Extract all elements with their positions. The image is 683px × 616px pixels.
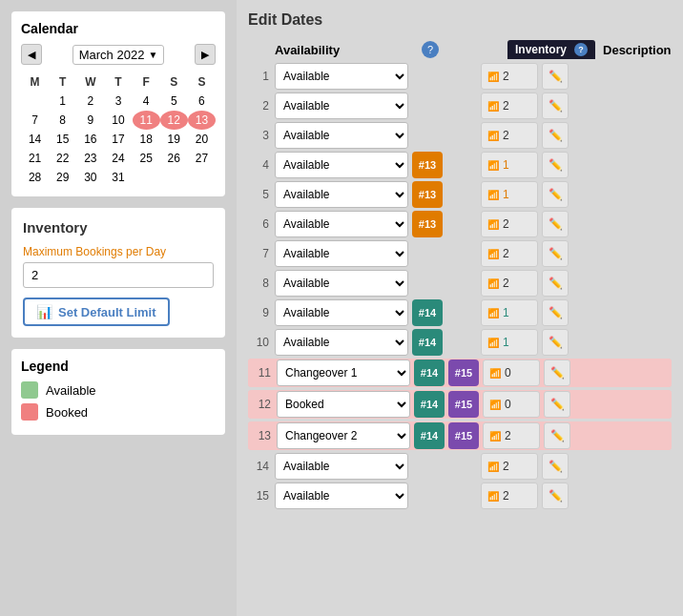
availability-select[interactable]: Available	[275, 152, 408, 178]
cal-day[interactable]: 17	[104, 130, 132, 149]
day-number: 6	[248, 217, 269, 231]
inventory-help-icon[interactable]: ?	[574, 43, 588, 56]
inventory-cell[interactable]: 📶2	[481, 483, 538, 509]
cal-day[interactable]: 22	[49, 149, 76, 168]
availability-select[interactable]: Available	[275, 453, 408, 480]
availability-help-icon[interactable]: ?	[422, 41, 439, 58]
description-edit-button[interactable]: ✏️	[542, 63, 569, 90]
inventory-bar-icon: 📶	[487, 219, 499, 230]
cal-day[interactable]: 28	[21, 168, 49, 187]
max-bookings-input[interactable]	[23, 262, 214, 288]
cal-day[interactable]: 12	[160, 111, 188, 130]
cal-day[interactable]: 30	[76, 168, 104, 187]
inventory-cell[interactable]: 📶0	[483, 391, 540, 418]
cal-day[interactable]: 27	[188, 149, 216, 168]
cal-day[interactable]: 2	[76, 92, 104, 111]
cal-day[interactable]: 16	[76, 130, 104, 149]
cal-day[interactable]: 1	[49, 92, 76, 111]
availability-select[interactable]: Available	[275, 181, 408, 208]
description-edit-button[interactable]: ✏️	[542, 92, 569, 119]
description-edit-button[interactable]: ✏️	[544, 391, 570, 418]
inventory-cell[interactable]: 📶1	[481, 329, 538, 356]
booking-badge[interactable]: #13	[412, 152, 443, 178]
inventory-cell[interactable]: 📶2	[481, 240, 538, 267]
inventory-cell[interactable]: 📶2	[481, 63, 538, 90]
cal-day[interactable]: 25	[133, 149, 160, 168]
booking-badge[interactable]: #13	[412, 181, 443, 208]
description-edit-button[interactable]: ✏️	[544, 359, 570, 386]
description-edit-button[interactable]: ✏️	[542, 270, 569, 297]
cal-day[interactable]: 14	[21, 130, 49, 149]
description-edit-button[interactable]: ✏️	[542, 211, 569, 237]
description-edit-button[interactable]: ✏️	[542, 122, 569, 149]
cal-day[interactable]: 11	[133, 111, 160, 130]
cal-day[interactable]: 6	[188, 92, 216, 111]
availability-select[interactable]: Available	[275, 92, 408, 119]
availability-select[interactable]: Available	[275, 299, 408, 326]
booking-badge[interactable]: #15	[448, 359, 479, 386]
booking-badge[interactable]: #13	[412, 211, 443, 237]
cal-day[interactable]: 7	[21, 111, 49, 130]
booking-badge[interactable]: #15	[448, 391, 479, 418]
cal-day[interactable]: 23	[76, 149, 104, 168]
description-edit-button[interactable]: ✏️	[542, 483, 569, 509]
inventory-cell[interactable]: 📶2	[481, 122, 538, 149]
cal-day[interactable]: 10	[104, 111, 132, 130]
inventory-cell[interactable]: 📶2	[481, 453, 538, 480]
description-edit-button[interactable]: ✏️	[542, 181, 569, 208]
booking-badge[interactable]: #14	[414, 359, 445, 386]
description-edit-button[interactable]: ✏️	[542, 240, 569, 267]
inventory-cell[interactable]: 📶1	[481, 152, 538, 178]
availability-select[interactable]: Available	[275, 122, 408, 149]
booking-badge[interactable]: #14	[414, 422, 445, 449]
booking-badge[interactable]: #15	[448, 422, 479, 449]
availability-select[interactable]: Changeover 1	[277, 359, 410, 386]
booking-badge[interactable]: #14	[412, 299, 443, 326]
inventory-cell[interactable]: 📶2	[481, 211, 538, 237]
inventory-cell[interactable]: 📶2	[481, 270, 538, 297]
prev-month-button[interactable]: ◀	[21, 44, 42, 65]
next-month-button[interactable]: ▶	[195, 44, 216, 65]
availability-select[interactable]: Changeover 2	[277, 422, 410, 449]
cal-day[interactable]: 3	[104, 92, 132, 111]
availability-select[interactable]: Available	[275, 211, 408, 237]
availability-select[interactable]: Available	[275, 483, 408, 509]
description-edit-button[interactable]: ✏️	[542, 152, 569, 178]
month-select[interactable]: March 2022 ▼	[72, 45, 165, 65]
availability-select[interactable]: Available	[275, 270, 408, 297]
inventory-cell[interactable]: 📶0	[483, 359, 540, 386]
cal-day[interactable]: 18	[133, 130, 160, 149]
cal-day[interactable]: 31	[104, 168, 132, 187]
description-edit-button[interactable]: ✏️	[544, 422, 570, 449]
cal-day[interactable]: 21	[21, 149, 49, 168]
booking-badge[interactable]: #14	[412, 329, 443, 356]
availability-select[interactable]: Available	[275, 63, 408, 90]
availability-select[interactable]: Available	[275, 329, 408, 356]
cal-day[interactable]: 4	[133, 92, 160, 111]
availability-select[interactable]: Available	[275, 240, 408, 267]
cal-day[interactable]: 5	[160, 92, 188, 111]
cal-day[interactable]: 13	[188, 111, 216, 130]
cal-day[interactable]: 15	[49, 130, 76, 149]
inventory-cell[interactable]: 📶2	[483, 422, 540, 449]
description-edit-button[interactable]: ✏️	[542, 329, 569, 356]
cal-day[interactable]: 29	[49, 168, 76, 187]
cal-day-header: T	[104, 72, 132, 92]
month-chevron: ▼	[148, 50, 157, 60]
booking-badge[interactable]: #14	[414, 391, 445, 418]
cal-day	[133, 168, 160, 187]
inventory-cell[interactable]: 📶1	[481, 181, 538, 208]
cal-day[interactable]: 26	[160, 149, 188, 168]
set-default-limit-button[interactable]: 📊 Set Default Limit	[23, 298, 170, 326]
cal-day[interactable]: 19	[160, 130, 188, 149]
description-edit-button[interactable]: ✏️	[542, 453, 569, 480]
inventory-cell[interactable]: 📶2	[481, 92, 538, 119]
cal-day[interactable]: 20	[188, 130, 216, 149]
description-edit-button[interactable]: ✏️	[542, 299, 569, 326]
availability-select[interactable]: Booked	[277, 391, 410, 418]
inventory-cell[interactable]: 📶1	[481, 299, 538, 326]
cal-day[interactable]: 8	[49, 111, 76, 130]
cal-day[interactable]: 24	[104, 149, 132, 168]
cal-day[interactable]: 9	[76, 111, 104, 130]
inventory-value: 2	[503, 247, 509, 260]
